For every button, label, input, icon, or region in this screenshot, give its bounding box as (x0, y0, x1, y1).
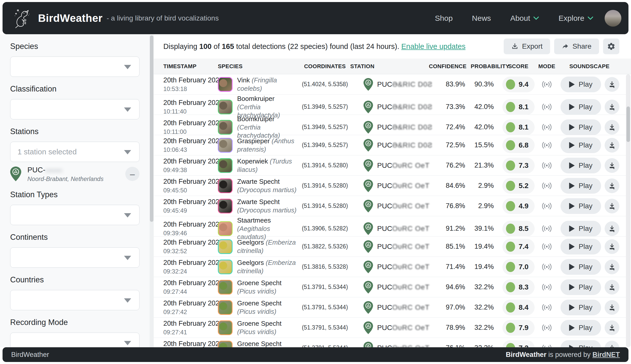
station-link[interactable]: PUCƏ&RIC D0Ƨ (350, 139, 429, 152)
station-link[interactable]: PUCƏ&RIC D0Ƨ (350, 121, 429, 134)
species-name[interactable]: Groene Specht (237, 279, 282, 287)
countries-dropdown[interactable] (10, 290, 139, 310)
species-thumbnail[interactable] (218, 239, 233, 254)
play-icon (569, 304, 575, 311)
species-name[interactable]: Boomkruiper (237, 115, 274, 123)
species-thumbnail[interactable] (218, 77, 233, 92)
download-button[interactable] (605, 239, 619, 254)
download-button[interactable] (605, 138, 619, 153)
species-name[interactable]: Geelgors (237, 259, 264, 266)
birdnet-link[interactable]: BirdNET (592, 351, 620, 358)
species-name[interactable]: Graspieper (237, 137, 270, 145)
birdweather-logo-icon[interactable] (12, 8, 32, 29)
score-badge: 8.4 (502, 300, 535, 315)
station-link[interactable]: PUCƏ&RIC D0Ƨ (350, 101, 429, 113)
coordinates: (51.3822, 5.5326) (300, 243, 350, 250)
species-name[interactable]: Groene Specht (237, 299, 282, 307)
species-name[interactable]: Groene Specht (237, 320, 282, 327)
play-button[interactable]: Play (560, 137, 601, 153)
remove-station-button[interactable]: – (125, 167, 139, 181)
station-types-dropdown[interactable] (10, 205, 139, 225)
species-name[interactable]: Boomkruiper (237, 95, 274, 102)
stations-dropdown[interactable]: 1 station selected (10, 142, 139, 162)
play-button[interactable]: Play (560, 119, 601, 135)
species-dropdown[interactable] (10, 57, 139, 77)
play-button[interactable]: Play (560, 99, 601, 115)
sidebar-scrollbar-thumb[interactable] (150, 35, 153, 222)
play-button[interactable]: Play (560, 300, 601, 315)
download-button[interactable] (605, 77, 619, 92)
detection-date: 20th February 2026 (163, 299, 218, 307)
species-thumbnail[interactable] (218, 320, 233, 335)
species-thumbnail[interactable] (218, 221, 233, 236)
play-button[interactable]: Play (560, 158, 601, 173)
play-button[interactable]: Play (560, 340, 601, 348)
species-thumbnail[interactable] (218, 178, 233, 193)
download-button[interactable] (605, 280, 619, 295)
download-button[interactable] (605, 320, 619, 335)
continents-dropdown[interactable] (10, 247, 139, 268)
species-thumbnail[interactable] (218, 341, 233, 348)
species-name[interactable]: Koperwiek (237, 157, 268, 165)
brand-title[interactable]: BirdWeather (38, 12, 102, 24)
selected-station-item[interactable]: PUC-mmmm Noord-Brabant, Netherlands – (10, 166, 139, 183)
nav-about[interactable]: About (510, 14, 539, 23)
download-icon (608, 142, 616, 149)
station-link[interactable]: PUCOᴜRC OeT (350, 222, 429, 235)
play-button[interactable]: Play (560, 221, 601, 236)
recording-mode-dropdown[interactable] (10, 333, 139, 347)
play-button[interactable]: Play (560, 198, 601, 214)
share-button[interactable]: Share (554, 39, 599, 54)
species-name[interactable]: Zwarte Specht (237, 178, 280, 185)
station-link[interactable]: PUCƏ&RIC D0Ƨ (350, 78, 429, 91)
station-link[interactable]: PUCOᴜRC OeT (350, 301, 429, 314)
species-thumbnail[interactable] (218, 138, 233, 153)
classification-dropdown[interactable] (10, 99, 139, 119)
species-thumbnail[interactable] (218, 100, 233, 114)
play-button[interactable]: Play (560, 259, 601, 275)
species-name[interactable]: Geelgors (237, 239, 264, 246)
play-button[interactable]: Play (560, 178, 601, 194)
settings-button[interactable] (603, 39, 619, 54)
play-button[interactable]: Play (560, 320, 601, 336)
nav-explore[interactable]: Explore (558, 14, 593, 23)
species-thumbnail[interactable] (218, 199, 233, 213)
species-name[interactable]: Zwarte Specht (237, 198, 280, 206)
nav-shop[interactable]: Shop (435, 14, 453, 23)
export-button[interactable]: Export (504, 39, 550, 54)
nav-news[interactable]: News (472, 14, 491, 23)
download-button[interactable] (605, 178, 619, 193)
station-link[interactable]: PUCOᴜRC OeT (350, 342, 429, 348)
download-button[interactable] (605, 221, 619, 236)
download-button[interactable] (605, 260, 619, 274)
station-link[interactable]: PUCOᴜRC OeT (350, 159, 429, 172)
table-scrollbar-thumb[interactable] (626, 106, 630, 142)
species-thumbnail[interactable] (218, 120, 233, 135)
species-thumbnail[interactable] (218, 260, 233, 274)
species-thumbnail[interactable] (218, 280, 233, 295)
user-avatar[interactable] (605, 10, 621, 27)
station-link[interactable]: PUCOᴜRC OeT (350, 321, 429, 334)
play-button[interactable]: Play (560, 239, 601, 254)
download-button[interactable] (605, 300, 619, 315)
download-button[interactable] (605, 199, 619, 213)
table-row: 20th February 2026 09:32:52 Geelgors (Em… (154, 236, 631, 257)
station-link[interactable]: PUCOᴜRC OeT (350, 240, 429, 253)
species-name[interactable]: Vink (237, 76, 250, 84)
detection-time: 09:39:46 (163, 230, 218, 237)
download-button[interactable] (605, 100, 619, 114)
species-name[interactable]: Groene Specht (237, 340, 282, 347)
species-thumbnail[interactable] (218, 300, 233, 315)
species-name[interactable]: Staartmees (237, 216, 271, 224)
station-link[interactable]: PUCOᴜRC OeT (350, 179, 429, 192)
play-button[interactable]: Play (560, 77, 601, 92)
species-thumbnail[interactable] (218, 158, 233, 173)
download-button[interactable] (605, 158, 619, 173)
play-button[interactable]: Play (560, 279, 601, 295)
enable-live-updates-link[interactable]: Enable live updates (401, 42, 465, 50)
download-button[interactable] (605, 120, 619, 135)
station-link[interactable]: PUCOᴜRC OeT (350, 200, 429, 212)
download-button[interactable] (605, 341, 619, 348)
station-link[interactable]: PUCOᴜRC OeT (350, 281, 429, 294)
station-link[interactable]: PUCOᴜRC OeT (350, 261, 429, 273)
